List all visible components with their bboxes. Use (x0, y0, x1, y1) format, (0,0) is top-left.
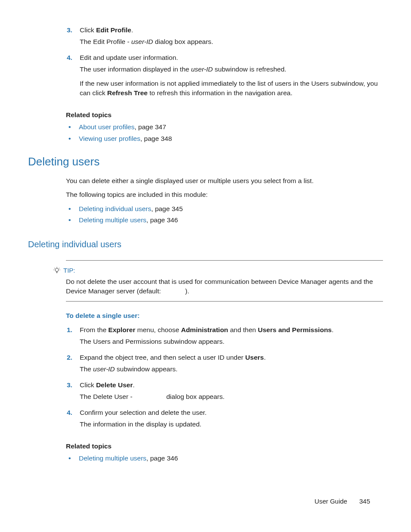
bullet-icon: • (66, 122, 79, 132)
related-topics-heading-2: Related topics (66, 442, 383, 451)
step-4-result-1: The user information displayed in the us… (80, 65, 383, 74)
bullet-icon: • (66, 134, 79, 143)
tip-container: TIP: Do not delete the user account that… (66, 260, 383, 302)
list-number-1: 1. (66, 325, 80, 335)
step-3-content: Click Edit Profile. The Edit Profile - u… (80, 25, 383, 51)
procedure-step-1: 1. From the Explorer menu, choose Admini… (66, 325, 383, 351)
procedure-step-2: 2. Expand the object tree, and then sele… (66, 353, 383, 379)
procedure-step-3: 3. Click Delete User. The Delete User - … (66, 380, 383, 406)
list-number-4: 4. (66, 53, 80, 62)
step-4: 4. Edit and update user information. The… (66, 53, 383, 103)
list-number-2: 2. (66, 353, 80, 362)
list-number-3: 3. (66, 25, 80, 35)
tip-body: Do not delete the user account that is u… (66, 277, 383, 296)
deleting-users-intro: You can delete either a single displayed… (66, 176, 383, 225)
svg-line-5 (59, 268, 59, 268)
tip-block: TIP: Do not delete the user account that… (66, 260, 383, 302)
heading-deleting-users: Deleting users (28, 154, 383, 170)
list-number-3b: 3. (66, 380, 80, 390)
svg-line-4 (54, 268, 55, 268)
step-4-result-2: If the new user information is not appli… (80, 79, 383, 98)
tip-label: TIP: (63, 266, 75, 275)
lightbulb-icon (53, 267, 61, 274)
step-3: 3. Click Edit Profile. The Edit Profile … (66, 25, 383, 51)
footer-label: User Guide (314, 497, 347, 506)
bullet-icon: • (66, 204, 79, 214)
procedure-heading: To delete a single user: (66, 311, 383, 320)
link-about-user-profiles[interactable]: About user profiles (79, 123, 134, 131)
step-3-result: The Edit Profile - user-ID dialog box ap… (80, 37, 383, 47)
page-number: 345 (359, 497, 370, 506)
link-deleting-multiple-users-2[interactable]: Deleting multiple users (79, 454, 146, 462)
bullet-icon: • (66, 454, 79, 463)
document-page: 3. Click Edit Profile. The Edit Profile … (0, 0, 411, 532)
link-deleting-individual-users[interactable]: Deleting individual users (79, 205, 151, 212)
link-deleting-multiple-users[interactable]: Deleting multiple users (79, 216, 146, 224)
heading-deleting-individual-users: Deleting individual users (28, 238, 383, 251)
related-topics-heading: Related topics (66, 110, 383, 120)
page-footer: User Guide 345 (314, 497, 370, 506)
link-viewing-user-profiles[interactable]: Viewing user profiles (79, 135, 140, 142)
list-number-4b: 4. (66, 408, 80, 417)
bullet-icon: • (66, 215, 79, 225)
step-4-content: Edit and update user information. The us… (80, 53, 383, 103)
procedure-delete-single-user: To delete a single user: 1. From the Exp… (66, 311, 383, 463)
procedure-step-4: 4. Confirm your selection and delete the… (66, 408, 383, 434)
tip-header: TIP: (53, 266, 383, 275)
svg-point-0 (55, 268, 59, 271)
related-topics-1: Related topics • About user profiles, pa… (66, 110, 383, 143)
